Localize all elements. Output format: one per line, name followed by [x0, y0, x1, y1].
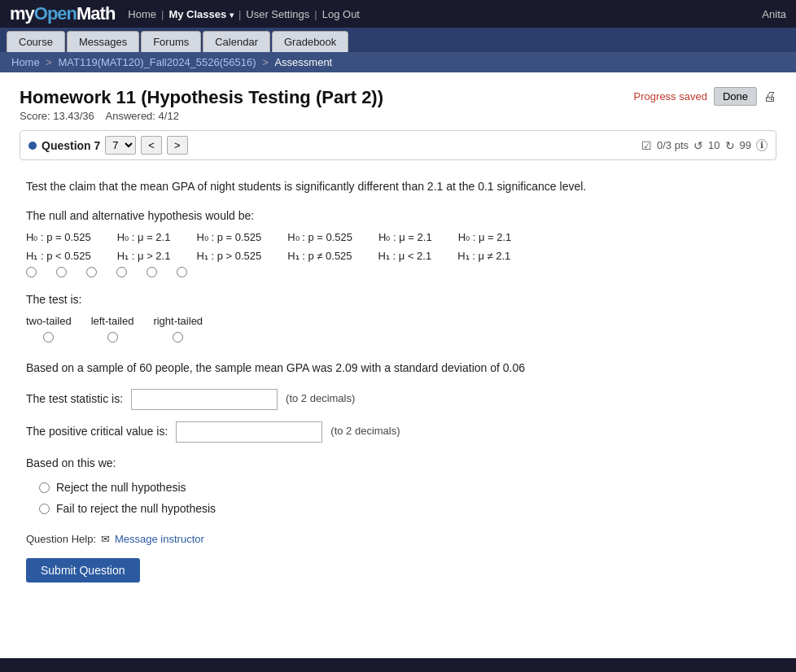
- h1-col6: H₁ : μ ≠ 2.1: [457, 248, 510, 265]
- test-option-left-tailed: left-tailed: [91, 313, 134, 343]
- done-button[interactable]: Done: [714, 87, 757, 106]
- null-alt-label: The null and alternative hypothesis woul…: [26, 207, 770, 225]
- redo-count: 10: [708, 139, 719, 151]
- hypothesis-section: The null and alternative hypothesis woul…: [26, 207, 770, 277]
- critical-val-input[interactable]: [176, 421, 322, 443]
- tab-calendar[interactable]: Calendar: [203, 31, 270, 52]
- nav-sep-2: |: [238, 8, 241, 20]
- log-out-link[interactable]: Log Out: [322, 8, 360, 20]
- answered-label: Answered: 4/12: [106, 110, 179, 122]
- score-label: Score: 13.43/36: [20, 110, 94, 122]
- hypothesis-table: H₀ : p = 0.525 H₀ : μ = 2.1 H₀ : p = 0.5…: [26, 229, 770, 277]
- user-name: Anita: [762, 8, 786, 20]
- question-nav-bar: Question 7 7 < > ☑ 0/3 pts ↺ 10 ↻ 99 ℹ: [20, 130, 776, 160]
- based-options: Reject the null hypothesis Fail to rejec…: [39, 478, 770, 518]
- test-option-right-tailed-label: right-tailed: [153, 313, 203, 330]
- hypothesis-radio-2[interactable]: [56, 267, 67, 277]
- h0-col4: H₀ : p = 0.525: [287, 229, 352, 247]
- help-label: Question Help:: [26, 531, 96, 548]
- hypothesis-radio-input-4[interactable]: [116, 267, 127, 277]
- test-stat-hint: (to 2 decimals): [286, 391, 355, 408]
- info-icon[interactable]: ℹ: [756, 139, 768, 151]
- hypothesis-radio-input-2[interactable]: [56, 267, 67, 277]
- message-instructor-link[interactable]: Message instructor: [115, 531, 204, 548]
- hypothesis-radio-input-3[interactable]: [86, 267, 97, 277]
- my-classes-dropdown-arrow[interactable]: ▾: [230, 11, 234, 20]
- homework-header: Homework 11 (Hypothesis Testing (Part 2)…: [20, 87, 776, 122]
- test-radio-right-tailed[interactable]: [173, 332, 183, 343]
- test-statistic-row: The test statistic is: (to 2 decimals): [26, 389, 770, 410]
- based-option-fail-to-reject: Fail to reject the null hypothesis: [39, 500, 770, 517]
- h1-col3: H₁ : p > 0.525: [196, 248, 261, 265]
- h1-col1: H₁ : p < 0.525: [26, 248, 91, 265]
- test-option-right-tailed: right-tailed: [153, 313, 203, 343]
- h1-col4: H₁ : p ≠ 0.525: [287, 248, 352, 265]
- test-stat-label: The test statistic is:: [26, 390, 123, 408]
- breadcrumb-course[interactable]: MAT119(MAT120)_Fall2024_5526(56516): [59, 56, 256, 68]
- tab-navigation: Course Messages Forums Calendar Gradeboo…: [0, 28, 796, 52]
- breadcrumb-sep-1: >: [46, 56, 55, 68]
- breadcrumb-page: Assessment: [274, 56, 332, 68]
- hypothesis-radio-input-5[interactable]: [147, 267, 157, 277]
- homework-actions: Progress saved Done 🖨: [634, 87, 776, 106]
- based-option-reject-label: Reject the null hypothesis: [56, 478, 186, 496]
- tab-forums[interactable]: Forums: [141, 31, 201, 52]
- question-select-dropdown[interactable]: 7: [105, 136, 136, 155]
- test-radio-left-tailed[interactable]: [107, 332, 118, 343]
- user-settings-link[interactable]: User Settings: [246, 8, 309, 20]
- hypothesis-radio-6[interactable]: [177, 267, 187, 277]
- breadcrumb-sep-2: >: [262, 56, 271, 68]
- based-option-reject: Reject the null hypothesis: [39, 478, 770, 496]
- hypothesis-radio-4[interactable]: [116, 267, 127, 277]
- critical-val-label: The positive critical value is:: [26, 422, 168, 440]
- question-body: Test the claim that the mean GPA of nigh…: [20, 175, 776, 586]
- h1-col2: H₁ : μ > 2.1: [117, 248, 171, 265]
- breadcrumb-home[interactable]: Home: [11, 56, 40, 68]
- h1-col5: H₁ : μ < 2.1: [378, 248, 432, 265]
- print-icon[interactable]: 🖨: [763, 89, 776, 104]
- hypothesis-radio-5[interactable]: [147, 267, 157, 277]
- my-classes-link[interactable]: My Classes ▾: [168, 8, 233, 20]
- bookmark-icon: ☑: [641, 139, 652, 152]
- test-radio-two-tailed[interactable]: [43, 332, 54, 343]
- top-navigation: myOpenMath Home | My Classes ▾ | User Se…: [0, 0, 796, 28]
- hypothesis-radio-input-1[interactable]: [26, 267, 37, 277]
- homework-title-block: Homework 11 (Hypothesis Testing (Part 2)…: [20, 87, 383, 122]
- question-status-dot: [28, 142, 37, 150]
- h0-col3: H₀ : p = 0.525: [196, 229, 261, 247]
- homework-meta: Score: 13.43/36 Answered: 4/12: [20, 110, 383, 122]
- hypothesis-radio-3[interactable]: [86, 267, 97, 277]
- tab-course[interactable]: Course: [7, 31, 65, 52]
- question-label: Question 7: [42, 139, 100, 152]
- question-help: Question Help: ✉ Message instructor: [26, 531, 770, 548]
- nav-sep-3: |: [314, 8, 317, 20]
- test-stat-input[interactable]: [131, 389, 278, 410]
- hypothesis-radio-row: [26, 267, 770, 277]
- tab-messages[interactable]: Messages: [67, 31, 139, 52]
- prev-question-button[interactable]: <: [141, 136, 162, 155]
- test-options: two-tailed left-tailed right-tailed: [26, 313, 770, 343]
- submit-question-button[interactable]: Submit Question: [26, 558, 140, 583]
- conclusion-radio-fail[interactable]: [39, 504, 50, 514]
- test-option-left-tailed-label: left-tailed: [91, 313, 134, 330]
- redo-icon[interactable]: ↺: [693, 139, 703, 152]
- homework-title: Homework 11 (Hypothesis Testing (Part 2)…: [20, 87, 383, 108]
- home-link[interactable]: Home: [128, 8, 156, 20]
- question-text: Test the claim that the mean GPA of nigh…: [26, 178, 770, 195]
- h0-col6: H₀ : μ = 2.1: [458, 229, 512, 247]
- hypothesis-radio-1[interactable]: [26, 267, 37, 277]
- based-on-label: Based on this we:: [26, 454, 770, 472]
- next-question-button[interactable]: >: [167, 136, 188, 155]
- conclusion-radio-reject[interactable]: [39, 482, 50, 493]
- critical-value-row: The positive critical value is: (to 2 de…: [26, 421, 770, 443]
- site-logo: myOpenMath: [10, 3, 115, 24]
- main-content: Homework 11 (Hypothesis Testing (Part 2)…: [0, 72, 796, 658]
- question-nav-right: ☑ 0/3 pts ↺ 10 ↻ 99 ℹ: [641, 139, 768, 152]
- attempts-icon: ↻: [725, 139, 735, 152]
- critical-val-hint: (to 2 decimals): [330, 423, 400, 440]
- h0-col1: H₀ : p = 0.525: [26, 229, 91, 247]
- tab-gradebook[interactable]: Gradebook: [272, 31, 348, 52]
- hypothesis-radio-input-6[interactable]: [177, 267, 187, 277]
- test-is-label: The test is:: [26, 290, 770, 308]
- test-type-section: The test is: two-tailed left-tailed righ…: [26, 290, 770, 343]
